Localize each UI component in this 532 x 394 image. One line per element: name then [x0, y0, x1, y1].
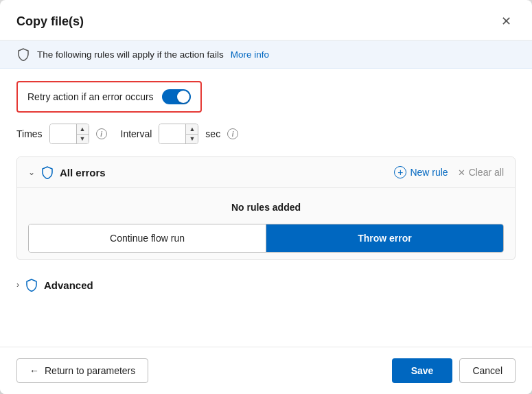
new-rule-label: New rule — [410, 167, 448, 178]
return-to-parameters-button[interactable]: ← Return to parameters — [16, 358, 148, 383]
retry-label: Retry action if an error occurs — [27, 91, 154, 102]
clear-all-label: Clear all — [469, 167, 504, 178]
times-label: Times — [16, 128, 43, 139]
chevron-down-icon[interactable]: ⌄ — [28, 167, 35, 177]
shield-errors-icon — [41, 165, 54, 179]
times-row: Times 1 ▲ ▼ i Interval 2 ▲ ▼ sec i — [16, 124, 516, 144]
dialog-header: Copy file(s) ✕ — [0, 0, 532, 40]
plus-icon: + — [394, 166, 406, 178]
errors-section: ⌄ All errors + New rule ✕ Clear all — [16, 157, 516, 260]
interval-info-icon[interactable]: i — [227, 128, 238, 139]
x-icon: ✕ — [458, 167, 465, 178]
errors-body: No rules added Continue flow run Throw e… — [17, 187, 515, 259]
more-info-link[interactable]: More info — [231, 49, 269, 60]
times-spinner: ▲ ▼ — [76, 124, 89, 143]
times-input[interactable]: 1 ▲ ▼ — [49, 124, 89, 144]
sec-label: sec — [205, 128, 220, 139]
interval-spinner: ▲ ▼ — [185, 124, 198, 143]
continue-flow-button[interactable]: Continue flow run — [29, 224, 266, 252]
errors-left: ⌄ All errors — [28, 165, 106, 179]
times-info-icon[interactable]: i — [96, 128, 107, 139]
dialog-title: Copy file(s) — [16, 14, 84, 29]
interval-down-btn[interactable]: ▼ — [186, 135, 198, 144]
advanced-label: Advanced — [44, 279, 93, 291]
return-label: Return to parameters — [45, 365, 135, 376]
footer-right: Save Cancel — [392, 358, 516, 383]
retry-toggle[interactable] — [162, 89, 191, 104]
no-rules-text: No rules added — [28, 202, 504, 213]
throw-error-button[interactable]: Throw error — [266, 224, 503, 252]
advanced-section[interactable]: › Advanced — [16, 270, 516, 297]
retry-section: Retry action if an error occurs — [16, 81, 202, 113]
times-value[interactable]: 1 — [50, 124, 76, 143]
dialog: Copy file(s) ✕ The following rules will … — [0, 0, 532, 394]
dialog-body: Retry action if an error occurs Times 1 … — [0, 69, 532, 347]
info-banner-text: The following rules will apply if the ac… — [37, 49, 224, 60]
chevron-right-icon[interactable]: › — [16, 280, 19, 290]
times-up-btn[interactable]: ▲ — [77, 124, 89, 135]
interval-value[interactable]: 2 — [159, 124, 185, 143]
clear-all-button[interactable]: ✕ Clear all — [458, 167, 504, 178]
shield-advanced-icon — [25, 278, 38, 292]
save-button[interactable]: Save — [392, 358, 453, 383]
interval-input[interactable]: 2 ▲ ▼ — [159, 124, 198, 144]
shield-icon — [16, 47, 30, 61]
interval-up-btn[interactable]: ▲ — [186, 124, 198, 135]
errors-actions: + New rule ✕ Clear all — [394, 166, 504, 178]
dialog-footer: ← Return to parameters Save Cancel — [0, 347, 532, 394]
info-banner: The following rules will apply if the ac… — [0, 40, 532, 69]
new-rule-button[interactable]: + New rule — [394, 166, 448, 178]
return-arrow-icon: ← — [30, 365, 39, 376]
errors-header: ⌄ All errors + New rule ✕ Clear all — [17, 157, 515, 187]
times-down-btn[interactable]: ▼ — [77, 135, 89, 144]
action-buttons: Continue flow run Throw error — [28, 224, 504, 253]
close-button[interactable]: ✕ — [497, 12, 516, 30]
interval-label: Interval — [121, 128, 152, 139]
errors-title: All errors — [60, 167, 106, 178]
cancel-button[interactable]: Cancel — [459, 358, 516, 383]
